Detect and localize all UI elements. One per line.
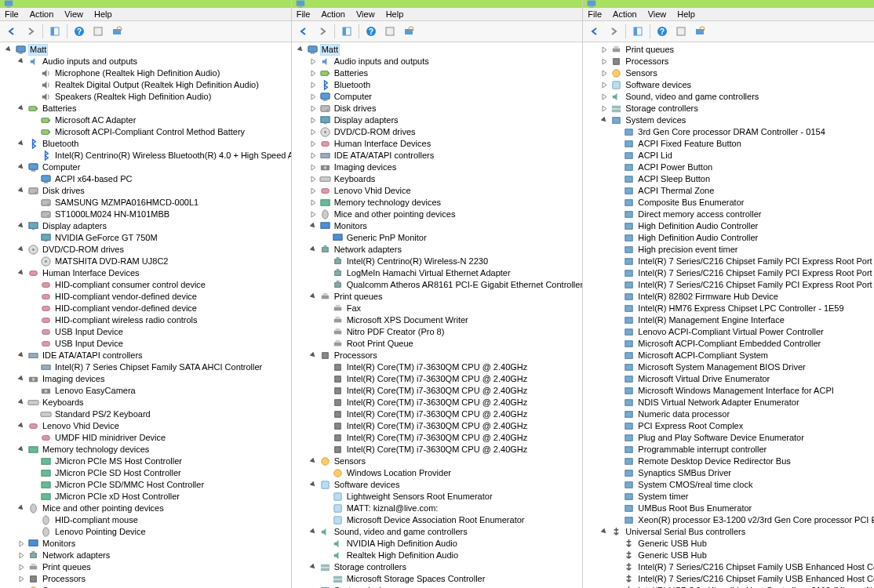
tree-item-label[interactable]: Disk drives	[41, 186, 86, 196]
tree-item-label[interactable]: Bluetooth	[333, 80, 372, 90]
tree-item[interactable]: Lenovo Pointing Device	[30, 526, 291, 538]
scan-button[interactable]	[108, 23, 126, 40]
tree-item[interactable]: Batteries	[17, 103, 291, 114]
tree-item[interactable]: Software devices	[600, 79, 874, 91]
tree-item-label[interactable]: HID-compliant vendor-defined device	[53, 292, 198, 302]
tree-item[interactable]: Intel(R) Core(TM) i7-3630QM CPU @ 2.40GH…	[322, 373, 583, 385]
tree-item-label[interactable]: Monitors	[41, 539, 77, 549]
tree-item-label[interactable]: IDE ATA/ATAPI controllers	[333, 151, 436, 161]
tree-item-label[interactable]: Software devices	[624, 80, 693, 90]
expand-icon[interactable]	[309, 116, 318, 125]
help-button[interactable]: ?	[362, 23, 380, 40]
expand-icon[interactable]	[309, 210, 318, 219]
tree-item-label[interactable]: Microsoft XPS Document Writer	[345, 315, 470, 325]
tree-item[interactable]: UMDF HID minidriver Device	[30, 432, 291, 444]
tree-item[interactable]: Sensors	[600, 67, 874, 79]
tree-item[interactable]: Microsoft ACPI-Compliant Embedded Contro…	[613, 338, 874, 350]
tree-item[interactable]: MATT: kiznal@live.com:	[322, 503, 583, 514]
tree-item-label[interactable]: Microsoft Device Association Root Enumer…	[345, 515, 526, 525]
tree-item-label[interactable]: Qualcomm Atheros AR8161 PCI-E Gigabit Et…	[345, 280, 583, 290]
tree-item[interactable]: JMicron PCIe SD/MMC Host Controller	[30, 479, 291, 491]
tree-item[interactable]: HID-compliant vendor-defined device	[30, 291, 291, 303]
collapse-icon[interactable]	[17, 104, 26, 113]
tree-item[interactable]: Bluetooth	[17, 138, 291, 150]
tree-item[interactable]: Intel(R) Core(TM) i7-3630QM CPU @ 2.40GH…	[322, 420, 583, 432]
tree-item[interactable]: IDE ATA/ATAPI controllers	[17, 350, 291, 361]
tree-item-label[interactable]: Intel(R) Centrino(R) Wireless-N 2230	[345, 256, 490, 267]
tree-item-label[interactable]: Lenovo ACPI-Compliant Virtual Power Cont…	[636, 327, 825, 337]
tree-item-label[interactable]: Intel(R) Core(TM) i7-3630QM CPU @ 2.40GH…	[345, 445, 530, 455]
tree-item-label[interactable]: MATSHITA DVD-RAM UJ8C2	[53, 256, 169, 267]
tree-item[interactable]: ACPI Lid	[613, 150, 874, 162]
tree-item[interactable]: MATSHITA DVD-RAM UJ8C2	[30, 256, 291, 267]
tree-item[interactable]: Lenovo Vhid Device	[309, 185, 583, 197]
tree-item-label[interactable]: Intel(R) 82802 Firmware Hub Device	[636, 292, 780, 302]
tree-item[interactable]: Display adapters	[309, 114, 583, 126]
tree-item[interactable]: Numeric data processor	[613, 408, 874, 420]
tree-item-label[interactable]: Nitro PDF Creator (Pro 8)	[345, 327, 446, 337]
tree-item-label[interactable]: ACPI Sleep Button	[636, 174, 712, 184]
tree-root-label[interactable]: Matt	[28, 44, 48, 56]
tree-item[interactable]: Sound, video and game controllers	[309, 526, 583, 538]
back-button[interactable]	[295, 23, 312, 40]
tree-item[interactable]: Processors	[17, 573, 291, 585]
tree-item[interactable]: Human Interface Devices	[309, 138, 583, 150]
tree-item-label[interactable]: Computer	[41, 162, 82, 172]
expand-icon[interactable]	[17, 563, 26, 572]
tree-item-label[interactable]: Microsoft ACPI-Compliant Embedded Contro…	[636, 339, 822, 349]
tree-item-label[interactable]: Microsoft ACPI-Compliant Control Method …	[53, 127, 246, 137]
tree-item-label[interactable]: Sound, video and game controllers	[624, 92, 760, 102]
tree-item[interactable]: USB Input Device	[30, 326, 291, 338]
tree-item[interactable]: Display adapters	[17, 220, 291, 232]
tree-item[interactable]: ACPI Fixed Feature Button	[613, 138, 874, 150]
tree-item-label[interactable]: Mice and other pointing devices	[333, 209, 457, 220]
expand-icon[interactable]	[600, 104, 609, 113]
tree-item-label[interactable]: ACPI Lid	[636, 151, 673, 161]
tree-item-label[interactable]: Display adapters	[41, 221, 108, 231]
tree-item-label[interactable]: LogMeIn Hamachi Virtual Ethernet Adapter	[345, 268, 512, 278]
tree-item[interactable]: Fax	[322, 303, 583, 314]
tree-item[interactable]: Imaging devices	[309, 162, 583, 173]
tree-item[interactable]: Microsoft ACPI-Compliant Control Method …	[30, 126, 291, 138]
tree-item-label[interactable]: System CMOS/real time clock	[636, 480, 754, 490]
tree-item-label[interactable]: Composite Bus Enumerator	[636, 198, 745, 208]
menu-file[interactable]: File	[297, 9, 311, 19]
tree-item-label[interactable]: Sensors	[333, 456, 367, 466]
tree-item-label[interactable]: Fax	[345, 303, 362, 314]
tree-item-label[interactable]: Intel(R) Core(TM) i7-3630QM CPU @ 2.40GH…	[345, 421, 530, 431]
expand-icon[interactable]	[309, 81, 318, 89]
menu-action[interactable]: Action	[613, 9, 637, 19]
tree-item[interactable]: IDE ATA/ATAPI controllers	[309, 150, 583, 162]
tree-item-label[interactable]: Synaptics SMBus Driver	[636, 468, 733, 478]
tree-item[interactable]: Standard PS/2 Keyboard	[30, 408, 291, 420]
tree-item[interactable]: Sensors	[309, 456, 583, 467]
tree-item[interactable]: Intel(R) Core(TM) i7-3630QM CPU @ 2.40GH…	[322, 397, 583, 408]
tree-item[interactable]: Microsoft System Management BIOS Driver	[613, 361, 874, 373]
tree-item-label[interactable]: HID-compliant vendor-defined device	[53, 303, 198, 314]
tree-item-label[interactable]: Remote Desktop Device Redirector Bus	[636, 456, 792, 466]
back-button[interactable]	[3, 23, 20, 40]
tree-item-label[interactable]: Computer	[333, 92, 373, 102]
forward-button[interactable]	[605, 23, 622, 40]
tree-item-label[interactable]: UMDF HID minidriver Device	[53, 433, 167, 443]
tree-item-label[interactable]: Processors	[333, 350, 379, 361]
tree-item-label[interactable]: JMicron PCIe SD/MMC Host Controller	[53, 480, 206, 490]
tree-item[interactable]: Lenovo EasyCamera	[30, 385, 291, 397]
tree-item-label[interactable]: Software devices	[333, 480, 402, 490]
scan-button[interactable]	[400, 23, 417, 40]
tree-item-label[interactable]: SAMSUNG MZMPA016HMCD-000L1	[53, 198, 200, 208]
tree-item-label[interactable]: Intel(R) 7 Series/C216 Chipset Family PC…	[636, 256, 874, 267]
tree-item[interactable]: Intel(R) Core(TM) i7-3630QM CPU @ 2.40GH…	[322, 432, 583, 444]
collapse-icon[interactable]	[309, 528, 318, 536]
tree-item[interactable]: NVIDIA High Definition Audio	[322, 538, 583, 550]
collapse-icon[interactable]	[17, 245, 26, 254]
tree-root[interactable]: Matt	[5, 44, 291, 56]
tree-item[interactable]: Microsoft XPS Document Writer	[322, 314, 583, 326]
tree-item-label[interactable]: Imaging devices	[333, 162, 399, 172]
device-tree[interactable]: MattAudio inputs and outputsBatteriesBlu…	[292, 42, 583, 588]
tree-item-label[interactable]: Print queues	[624, 45, 676, 55]
tree-item[interactable]: Generic USB Hub	[613, 550, 874, 561]
tree-item[interactable]: Root Print Queue	[322, 338, 583, 350]
tree-item-label[interactable]: Direct memory access controller	[636, 209, 763, 220]
tree-item-label[interactable]: NVIDIA GeForce GT 750M	[53, 233, 159, 243]
